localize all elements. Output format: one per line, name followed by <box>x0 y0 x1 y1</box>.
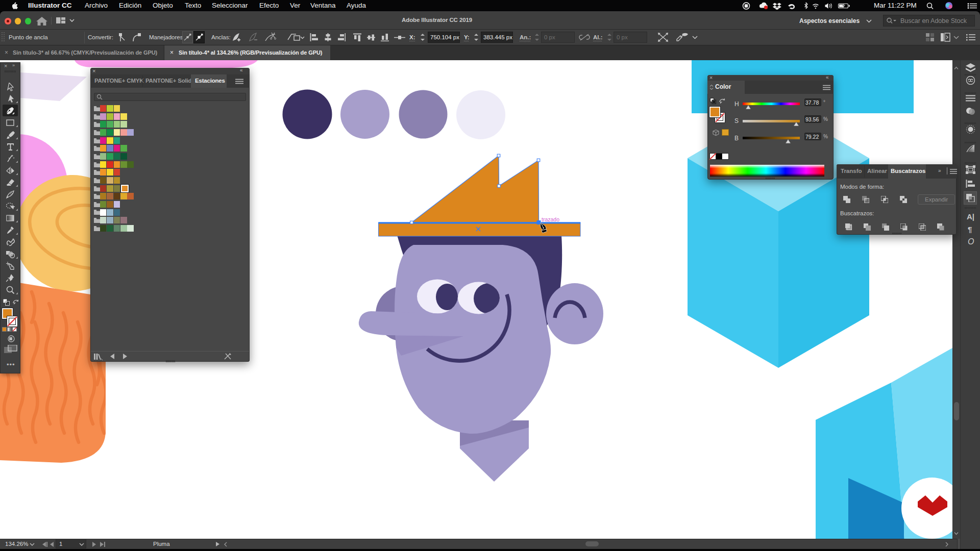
svg-text:trazado: trazado <box>542 216 559 222</box>
